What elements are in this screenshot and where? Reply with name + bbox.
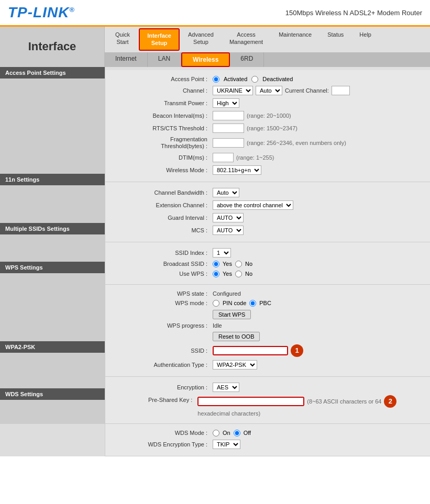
form-row-beacon: Beacon Interval(ms) : 100 (range: 20~100… — [113, 109, 422, 122]
radio-use-wps-no[interactable] — [235, 271, 242, 277]
nav-status[interactable]: Status — [320, 28, 351, 51]
control-wps-ssid: TP-LINK_000007 1 — [213, 344, 303, 357]
label-broadcast-no: No — [245, 261, 252, 267]
form-row-reset-oob: Reset to OOB — [113, 330, 422, 343]
main-nav: QuickStart InterfaceSetup AdvancedSetup … — [105, 27, 430, 67]
select-transmit-power[interactable]: High — [213, 98, 239, 108]
subnav-6rd[interactable]: 6RD — [230, 52, 264, 67]
label-wps-ssid: SSID : — [113, 348, 213, 354]
nav-maintenance[interactable]: Maintenance — [271, 28, 319, 51]
logo: TP-LINK® — [8, 4, 75, 21]
label-broadcast-yes: Yes — [223, 261, 232, 267]
form-row-broadcast-ssid: Broadcast SSID : Yes No — [113, 259, 422, 269]
label-frag: FragmentationThreshold(bytes) : — [113, 136, 213, 150]
input-beacon[interactable]: 100 — [213, 111, 244, 120]
select-wireless-mode[interactable]: 802.11b+g+n — [213, 165, 261, 175]
access-point-section: Access Point : Activated Deactivated Cha… — [105, 70, 430, 182]
input-frag[interactable]: 2346 — [213, 138, 244, 148]
select-wds-enc[interactable]: TKIP — [213, 440, 240, 449]
subnav-wireless[interactable]: Wireless — [181, 52, 230, 67]
nav-area: Interface QuickStart InterfaceSetup Adva… — [0, 27, 430, 67]
section-label-multiple-ssids: Multiple SSIDs Settings — [0, 223, 105, 234]
wps-section: WPS state : Configured WPS mode : PIN co… — [105, 285, 430, 377]
wds-section: WDS Mode : On Off WDS Encryption Type : … — [105, 424, 430, 456]
nav-interface-setup[interactable]: InterfaceSetup — [139, 28, 180, 51]
form-row-wps-state: WPS state : Configured — [113, 289, 422, 298]
form-row-wireless-mode: Wireless Mode : 802.11b+g+n — [113, 164, 422, 176]
value-wps-progress: Idle — [213, 322, 222, 329]
label-wds-mode: WDS Mode : — [113, 430, 213, 436]
radio-wds-on[interactable] — [213, 430, 219, 436]
label-dtim: DTIM(ms) : — [113, 154, 213, 161]
nav-help[interactable]: Help — [352, 28, 379, 51]
label-pbc: PBC — [259, 300, 271, 306]
hint-frag: (range: 256~2346, even numbers only) — [247, 140, 346, 146]
form-row-mcs: MCS : AUTO — [113, 224, 422, 237]
input-rts[interactable]: 2347 — [213, 124, 244, 133]
nav-quick-start[interactable]: QuickStart — [107, 28, 138, 51]
callout-2: 2 — [384, 395, 396, 408]
select-encryption[interactable]: AES — [213, 383, 239, 392]
control-transmit-power: High — [213, 98, 239, 108]
current-channel-value[interactable]: 1 — [332, 86, 350, 95]
label-access-point: Access Point : — [113, 76, 213, 82]
nav-access-management[interactable]: AccessManagement — [222, 28, 270, 51]
input-dtim[interactable]: 1 — [213, 153, 234, 162]
form-row-encryption: Encryption : AES — [113, 381, 422, 394]
select-ssid-index[interactable]: 1 — [213, 248, 231, 257]
control-wireless-mode: 802.11b+g+n — [213, 165, 261, 175]
hint-psk-2: hexadecimal characters) — [197, 410, 260, 417]
btn-reset-oob[interactable]: Reset to OOB — [213, 332, 260, 341]
nav-advanced-setup[interactable]: AdvancedSetup — [181, 28, 221, 51]
label-ext-channel: Extension Channel : — [113, 202, 213, 208]
main-content: Access Point : Activated Deactivated Cha… — [105, 67, 430, 456]
hint-dtim: (range: 1~255) — [236, 154, 274, 161]
radio-pin-code[interactable] — [213, 300, 219, 307]
sub-nav: Internet LAN Wireless 6RD — [105, 52, 430, 67]
form-row-wds-enc: WDS Encryption Type : TKIP — [113, 438, 422, 451]
multiple-ssids-section: SSID Index : 1 Broadcast SSID : Yes No U… — [105, 242, 430, 285]
form-row-channel: Channel : UKRAINE Auto Current Channel: … — [113, 84, 422, 97]
label-mcs: MCS : — [113, 227, 213, 233]
input-psk[interactable]: 01310795 — [199, 398, 303, 405]
radio-pbc[interactable] — [249, 300, 256, 307]
select-channel-auto[interactable]: Auto — [256, 86, 282, 95]
label-transmit-power: Transmit Power : — [113, 100, 213, 106]
section-label-wpa2psk: WPA2-PSK — [0, 341, 105, 353]
select-channel[interactable]: UKRAINE — [213, 86, 253, 95]
select-ext-channel[interactable]: above the control channel — [213, 200, 293, 210]
label-wps-state: WPS state : — [113, 290, 213, 297]
control-use-wps: Yes No — [213, 271, 252, 277]
select-guard-interval[interactable]: AUTO — [213, 213, 244, 222]
control-access-point: Activated Deactivated — [213, 76, 293, 83]
radio-deactivated[interactable] — [251, 76, 258, 83]
subnav-internet[interactable]: Internet — [105, 52, 148, 67]
label-encryption: Encryption : — [113, 384, 213, 390]
logo-sup: ® — [69, 6, 75, 14]
form-row-transmit-power: Transmit Power : High — [113, 97, 422, 109]
select-auth-type[interactable]: WPA2-PSK — [213, 360, 257, 369]
label-guard-interval: Guard Interval : — [113, 215, 213, 221]
radio-broadcast-yes[interactable] — [213, 261, 219, 267]
control-beacon: 100 (range: 20~1000) — [213, 111, 291, 120]
label-psk: Pre-Shared Key : — [113, 395, 197, 403]
label-wds-enc: WDS Encryption Type : — [113, 441, 213, 447]
radio-broadcast-no[interactable] — [235, 261, 242, 267]
form-row-psk: Pre-Shared Key : 01310795 (8~63 ASCII ch… — [113, 394, 422, 418]
control-frag: 2346 (range: 256~2346, even numbers only… — [213, 138, 346, 148]
label-ssid-index: SSID Index : — [113, 250, 213, 256]
label-wps-progress: WPS progress : — [113, 322, 213, 329]
label-pin-code: PIN code — [223, 300, 246, 306]
input-wps-ssid[interactable]: TP-LINK_000007 — [214, 347, 287, 354]
radio-use-wps-yes[interactable] — [213, 271, 219, 277]
callout-1: 1 — [291, 344, 303, 357]
radio-wds-off[interactable] — [234, 430, 240, 436]
radio-activated[interactable] — [213, 76, 219, 83]
top-header: TP-LINK® 150Mbps Wireless N ADSL2+ Modem… — [0, 0, 430, 27]
control-broadcast-ssid: Yes No — [213, 261, 252, 267]
select-mcs[interactable]: AUTO — [213, 226, 244, 235]
btn-start-wps[interactable]: Start WPS — [213, 310, 251, 319]
form-row-ssid-index: SSID Index : 1 — [113, 247, 422, 259]
subnav-lan[interactable]: LAN — [148, 52, 181, 67]
select-channel-bw[interactable]: Auto — [213, 188, 239, 197]
